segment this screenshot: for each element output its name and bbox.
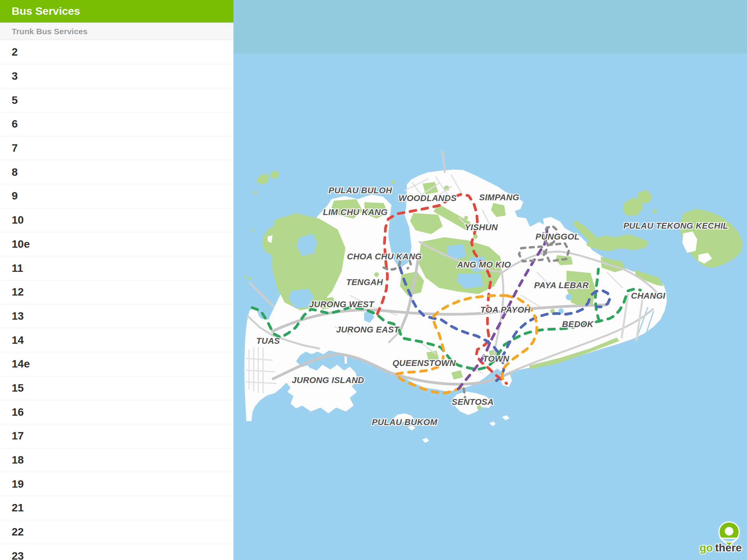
- map-label: SIMPANG: [479, 192, 519, 202]
- bus-service-row[interactable]: 22: [0, 520, 233, 544]
- page-title: Bus Services: [0, 0, 233, 23]
- bus-service-row[interactable]: 5: [0, 88, 233, 112]
- bus-service-row[interactable]: 10e: [0, 232, 233, 256]
- map-label: JURONG EAST: [336, 325, 400, 334]
- sea-top-tile: [233, 0, 747, 54]
- logo-there-text: there: [715, 542, 742, 554]
- map-label: PAYA LEBAR: [534, 280, 589, 290]
- map-label: YISHUN: [465, 222, 498, 232]
- map-label: PULAU TEKONG KECHIL: [623, 221, 728, 231]
- map-label: PUNGGOL: [535, 232, 579, 242]
- map-label: SENTOSA: [452, 397, 494, 407]
- map-canvas[interactable]: PULAU BULOHWOODLANDSSIMPANGLIM CHU KANGY…: [233, 0, 747, 560]
- logo-go-text: go: [700, 542, 713, 554]
- map-label: PULAU BUKOM: [372, 417, 438, 427]
- map-label: TUAS: [256, 336, 280, 346]
- bus-service-row[interactable]: 12: [0, 280, 233, 304]
- bus-service-row[interactable]: 15: [0, 376, 233, 400]
- bus-service-row[interactable]: 6: [0, 112, 233, 136]
- bus-service-row[interactable]: 9: [0, 184, 233, 208]
- map-label: JURONG WEST: [309, 299, 374, 309]
- bus-service-row[interactable]: 13: [0, 304, 233, 328]
- sidebar: Bus Services Trunk Bus Services 23567891…: [0, 0, 233, 560]
- map-label: TOWN: [483, 354, 510, 364]
- map-label: TOA PAYOH: [480, 305, 531, 315]
- bus-services-page: Bus Services Trunk Bus Services 23567891…: [0, 0, 747, 560]
- map-label: JURONG ISLAND: [292, 375, 364, 385]
- bus-service-row[interactable]: 19: [0, 472, 233, 496]
- bus-service-row[interactable]: 7: [0, 136, 233, 160]
- bus-service-row[interactable]: 17: [0, 424, 233, 448]
- map-label: BEDOK: [562, 319, 594, 329]
- map-label: TENGAH: [346, 277, 383, 287]
- section-header: Trunk Bus Services: [0, 23, 233, 40]
- map-label: QUEENSTOWN: [393, 358, 456, 368]
- bus-service-row[interactable]: 3: [0, 64, 233, 88]
- map-label: LIM CHU KANG: [323, 207, 388, 217]
- bus-service-row[interactable]: 16: [0, 400, 233, 424]
- bus-service-row[interactable]: 8: [0, 160, 233, 184]
- map-label: CHOA CHU KANG: [347, 252, 422, 261]
- bus-service-row[interactable]: 11: [0, 256, 233, 280]
- bus-service-row[interactable]: 2: [0, 40, 233, 64]
- jurong-island: [288, 365, 358, 413]
- bus-service-row[interactable]: 10: [0, 208, 233, 232]
- bus-service-list: 23567891010e1112131414e1516171819212223: [0, 40, 233, 560]
- map-label: PULAU BULOH: [328, 186, 392, 195]
- map-label: ANG MO KIO: [457, 260, 511, 270]
- bus-service-row[interactable]: 14: [0, 328, 233, 352]
- map-label: CHANGI: [631, 291, 666, 301]
- bus-service-row[interactable]: 23: [0, 544, 233, 560]
- bus-service-row[interactable]: 21: [0, 496, 233, 520]
- gothere-pin-hole: [725, 527, 733, 536]
- bus-service-row[interactable]: 18: [0, 448, 233, 472]
- map-label: WOODLANDS: [398, 193, 456, 203]
- bus-service-row[interactable]: 14e: [0, 352, 233, 376]
